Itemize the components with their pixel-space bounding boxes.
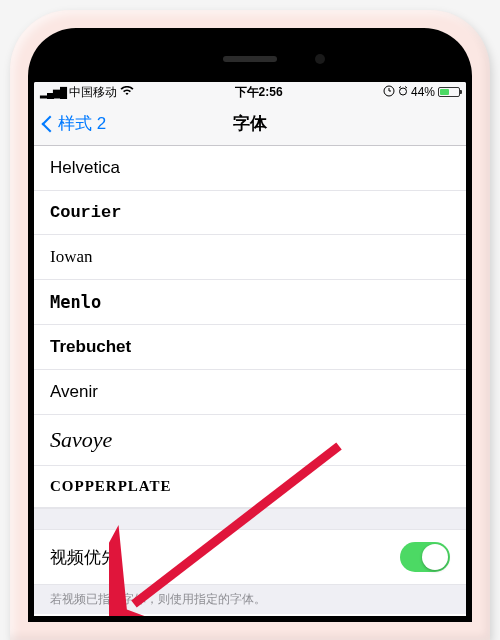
font-label: Helvetica xyxy=(50,158,120,178)
font-label: Avenir xyxy=(50,382,98,402)
battery-fill xyxy=(440,89,449,95)
status-left: ▂▄▆█ 中国移动 xyxy=(40,84,134,101)
status-bar: ▂▄▆█ 中国移动 下午2:56 44% xyxy=(34,82,466,102)
font-row-helvetica[interactable]: Helvetica xyxy=(34,146,466,191)
font-label: Courier xyxy=(50,203,121,222)
font-label: Copperplate xyxy=(50,478,172,495)
font-row-courier[interactable]: Courier xyxy=(34,191,466,235)
video-first-switch[interactable] xyxy=(400,542,450,572)
add-font-section: 添加字体... xyxy=(34,614,466,616)
battery-icon xyxy=(438,87,460,97)
section-gap xyxy=(34,508,466,530)
video-first-row[interactable]: 视频优先 xyxy=(34,530,466,585)
video-first-label: 视频优先 xyxy=(50,546,118,569)
font-row-savoye[interactable]: Savoye xyxy=(34,415,466,466)
battery-percent-label: 44% xyxy=(411,85,435,99)
carrier-label: 中国移动 xyxy=(69,84,117,101)
chevron-left-icon xyxy=(42,114,54,134)
font-row-iowan[interactable]: Iowan xyxy=(34,235,466,280)
back-button[interactable]: 样式 2 xyxy=(34,112,114,135)
wifi-icon xyxy=(120,85,134,99)
font-label: Savoye xyxy=(50,427,112,453)
nav-bar: 样式 2 字体 xyxy=(34,102,466,146)
font-row-avenir[interactable]: Avenir xyxy=(34,370,466,415)
font-row-menlo[interactable]: Menlo xyxy=(34,280,466,325)
earpiece-area xyxy=(34,34,466,82)
status-right: 44% xyxy=(383,85,460,100)
font-list: Helvetica Courier Iowan Menlo Trebuchet … xyxy=(34,146,466,508)
svg-point-1 xyxy=(399,88,406,95)
earpiece xyxy=(223,56,277,62)
switch-knob xyxy=(422,544,448,570)
front-camera xyxy=(315,54,325,64)
phone-bezel: ▂▄▆█ 中国移动 下午2:56 44% xyxy=(28,28,472,622)
back-label: 样式 2 xyxy=(58,112,106,135)
phone-frame: ▂▄▆█ 中国移动 下午2:56 44% xyxy=(10,10,490,640)
alarm-icon xyxy=(398,85,408,99)
video-first-section: 视频优先 xyxy=(34,530,466,585)
screen: ▂▄▆█ 中国移动 下午2:56 44% xyxy=(34,82,466,616)
font-label: Trebuchet xyxy=(50,337,131,357)
page-title: 字体 xyxy=(233,112,267,135)
rotation-lock-icon xyxy=(383,85,395,100)
font-label: Menlo xyxy=(50,292,101,312)
font-row-copperplate[interactable]: Copperplate xyxy=(34,466,466,508)
clock-label: 下午2:56 xyxy=(235,84,283,101)
add-font-row[interactable]: 添加字体... xyxy=(34,614,466,616)
video-first-footer: 若视频已指定字体，则使用指定的字体。 xyxy=(34,585,466,614)
signal-icon: ▂▄▆█ xyxy=(40,87,66,98)
font-label: Iowan xyxy=(50,247,92,267)
font-row-trebuchet[interactable]: Trebuchet xyxy=(34,325,466,370)
